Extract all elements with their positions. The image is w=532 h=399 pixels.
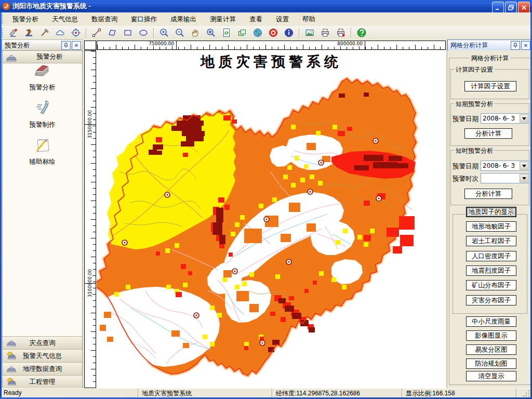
menu-data-query[interactable]: 数据查询 [85, 13, 124, 26]
menu-settings[interactable]: 设置 [269, 13, 296, 26]
zoom-out-icon[interactable] [173, 26, 187, 39]
short-time-times-select[interactable] [481, 173, 529, 183]
bar-label: 地理数据查询 [23, 365, 62, 374]
layers-icon[interactable] [235, 26, 249, 39]
tool-auxiliary-plotting[interactable]: 辅助标绘 [3, 136, 82, 166]
app-window: 浏阳市地质灾害预警系统 - 预警分析 天气信息 数据查询 窗口操作 成果输出 测… [0, 0, 532, 399]
menu-warning-analysis[interactable]: 预警分析 [6, 13, 45, 26]
info-icon[interactable] [282, 26, 296, 39]
globe-icon[interactable] [251, 26, 264, 39]
status-ready: Ready [4, 389, 22, 396]
cloud-icon[interactable] [54, 26, 67, 39]
stop-icon[interactable] [267, 26, 280, 39]
warning-date-label: 预警日期 [453, 115, 478, 124]
window-title: 浏阳市地质灾害预警系统 - [12, 2, 91, 11]
print-icon[interactable] [318, 26, 332, 39]
short-term-analyze-button[interactable]: 分析计算 [464, 128, 512, 139]
pin-icon[interactable] [61, 41, 71, 50]
menubar-grip[interactable] [2, 15, 3, 24]
refresh-icon[interactable] [220, 26, 233, 39]
resize-grip[interactable] [523, 390, 530, 397]
group-title: 网格分析计算 [470, 54, 510, 63]
map-canvas[interactable]: 地质灾害预警系统 [97, 50, 446, 388]
pan-icon[interactable] [189, 26, 202, 39]
stamp-icon [6, 52, 17, 62]
menu-result-output[interactable]: 成果输出 [164, 13, 203, 26]
minimize-button[interactable] [492, 2, 504, 13]
seismic-factor-button[interactable]: 地震烈度因子 [466, 265, 516, 276]
prevention-plan-button[interactable]: 防治规划图 [466, 358, 516, 369]
menu-weather-info[interactable]: 天气信息 [45, 13, 85, 26]
left-panel: 预警分析 ✕ 预警分析 预警分析 预警制作 辅助标绘 [2, 39, 83, 389]
disaster-factor-button[interactable]: 灾害分布因子 [466, 295, 516, 305]
hazard-map-svg[interactable] [97, 50, 446, 388]
geotech-factor-button[interactable]: 岩土工程因子 [466, 236, 516, 246]
ruler-label: 800000.00 [337, 41, 363, 46]
bar-disaster-point-query[interactable]: 灾点查询 [3, 336, 82, 349]
status-separator [138, 389, 139, 397]
susceptibility-zone-button[interactable]: 易发分区图 [466, 344, 516, 355]
right-panel-body: 网格分析计算 计算因子设置 计算因子设置 短期预警分析 预警日期 2008- 6… [447, 50, 532, 389]
zoom-in-icon[interactable] [157, 26, 171, 39]
left-panel-titlebar[interactable]: 预警分析 ✕ [2, 39, 83, 51]
draw-rectangle-icon[interactable] [121, 26, 135, 39]
title-bar[interactable]: 浏阳市地质灾害预警系统 - [0, 0, 532, 12]
status-bar: Ready 地质灾害预警系统 经纬度:114.296875,28.162686 … [2, 388, 530, 397]
app-logo-icon [2, 2, 10, 10]
hammer-icon[interactable] [22, 26, 36, 39]
toolbar-grip[interactable] [2, 28, 3, 37]
toolbar-separator [86, 28, 87, 38]
bar-geo-data-query[interactable]: 地理数据查询 [3, 362, 82, 375]
draw-line-icon[interactable] [90, 26, 103, 39]
short-time-date-value: 2008- 6- 3 [483, 162, 520, 169]
bar-project-management[interactable]: 工程管理 [3, 375, 82, 388]
clear-display-button[interactable]: 清空显示 [466, 371, 516, 381]
calc-factor-settings-button[interactable]: 计算因子设置 [464, 81, 516, 91]
toolbar-separator [351, 28, 352, 38]
chevron-down-icon[interactable] [520, 162, 528, 170]
geology-factor-display-button[interactable]: 地质因子的显示 [466, 207, 516, 217]
measure-satellite-icon[interactable] [7, 26, 20, 39]
pen-icon [33, 99, 52, 117]
pin-icon[interactable] [511, 41, 520, 50]
population-factor-button[interactable]: 人口密度因子 [466, 251, 516, 261]
zoom-extent-icon[interactable] [204, 26, 218, 39]
chevron-down-icon[interactable] [520, 174, 528, 182]
image-export-icon[interactable] [303, 26, 316, 39]
mine-factor-button[interactable]: 矿山分布因子 [466, 280, 516, 290]
imagery-button[interactable]: 影像图显示 [466, 330, 516, 341]
rainfall-button[interactable]: 中小尺度雨量 [466, 316, 516, 327]
tool-warning-analysis[interactable]: 预警分析 [3, 62, 82, 92]
ruler-major-tick [176, 41, 177, 49]
print-preview-icon[interactable] [334, 26, 348, 39]
right-panel-title: 网格分析计算 [450, 41, 488, 50]
pick-icon[interactable] [38, 26, 51, 39]
short-term-date-select[interactable]: 2008- 6- 3 [481, 113, 529, 124]
terrain-factor-button[interactable]: 地形地貌因子 [466, 221, 516, 232]
ruler-major-tick [365, 41, 365, 49]
chevron-down-icon[interactable] [520, 114, 528, 123]
draw-ellipse-icon[interactable] [137, 26, 150, 39]
target-icon[interactable] [69, 26, 83, 39]
close-button[interactable] [518, 2, 530, 13]
left-panel-close-icon[interactable]: ✕ [72, 41, 81, 50]
draw-polygon-icon[interactable] [105, 26, 119, 39]
horizontal-ruler: 750000.00 800000.00 [97, 41, 446, 50]
menu-window-ops[interactable]: 窗口操作 [124, 13, 164, 26]
menu-measure-calc[interactable]: 测量计算 [203, 13, 243, 26]
bar-label: 灾点查询 [30, 339, 56, 348]
menu-view[interactable]: 查看 [243, 13, 269, 26]
short-time-analyze-button[interactable]: 分析计算 [464, 189, 512, 199]
bar-warning-weather-info[interactable]: 预警天气信息 [3, 349, 82, 362]
tool-warning-production[interactable]: 预警制作 [3, 99, 82, 129]
right-panel: 网格分析计算 ✕ 网格分析计算 计算因子设置 计算因子设置 短期预警分析 预警日… [447, 39, 532, 389]
right-panel-close-icon[interactable]: ✕ [521, 41, 530, 50]
menu-bar: 预警分析 天气信息 数据查询 窗口操作 成果输出 测量计算 查看 设置 帮助 [0, 12, 532, 26]
menu-help[interactable]: 帮助 [296, 13, 322, 26]
restore-button[interactable] [505, 2, 517, 13]
short-time-date-select[interactable]: 2008- 6- 3 [481, 161, 529, 171]
stamp-icon [6, 364, 17, 373]
left-panel-body: 预警分析 预警分析 预警制作 辅助标绘 灾点查询 [2, 50, 83, 389]
help-icon[interactable] [355, 26, 368, 39]
right-panel-titlebar[interactable]: 网格分析计算 ✕ [447, 39, 532, 51]
